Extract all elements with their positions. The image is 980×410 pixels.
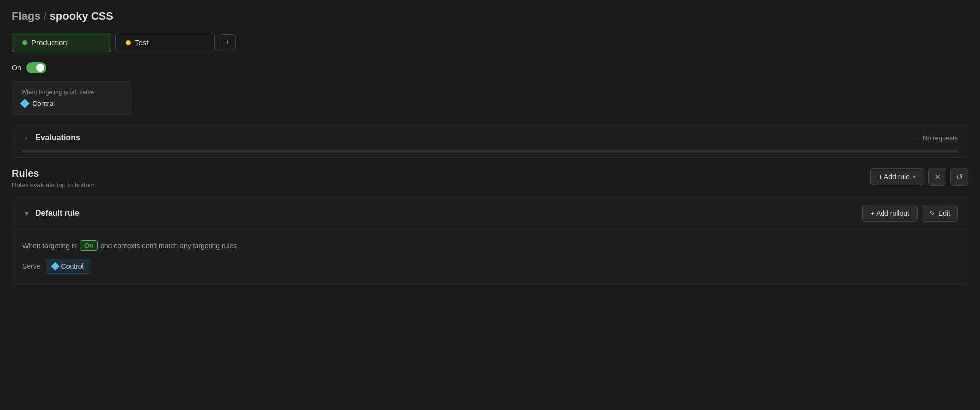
environment-tabs: Production Test + xyxy=(12,33,968,52)
close-icon: ✕ xyxy=(934,172,941,182)
condition-prefix: When targeting is xyxy=(22,242,77,250)
breadcrumb: Flags / spooky CSS xyxy=(12,10,968,23)
rule-card-actions: + Add rollout ✎ Edit xyxy=(862,205,958,222)
evaluations-left: › Evaluations xyxy=(22,133,80,142)
evaluations-header: › Evaluations — No requests xyxy=(12,125,968,150)
tab-test[interactable]: Test xyxy=(115,33,215,52)
targeting-toggle-row: On xyxy=(12,62,968,73)
add-rule-chevron-icon: ▾ xyxy=(913,173,916,180)
breadcrumb-separator: / xyxy=(43,10,46,23)
condition-badge: On xyxy=(80,240,98,251)
rule-condition: When targeting is On and contexts don't … xyxy=(22,240,958,251)
add-rollout-button[interactable]: + Add rollout xyxy=(862,205,918,222)
production-tab-label: Production xyxy=(31,38,67,47)
add-rule-label: + Add rule xyxy=(879,173,910,181)
edit-rule-button[interactable]: ✎ Edit xyxy=(922,205,958,222)
evaluations-dash-icon: — xyxy=(911,133,919,142)
serve-value-label: Control xyxy=(32,100,55,107)
default-rule-card: ▾ Default rule + Add rollout ✎ Edit When… xyxy=(12,197,968,286)
test-status-dot xyxy=(126,40,131,45)
rules-title-group: Rules Rules evaluate top to bottom. xyxy=(12,168,96,189)
rule-card-left: ▾ Default rule xyxy=(22,209,79,218)
rule-card-body: When targeting is On and contexts don't … xyxy=(12,230,968,286)
serve-label: Serve xyxy=(22,262,41,270)
edit-label: Edit xyxy=(938,209,950,217)
targeting-toggle[interactable] xyxy=(26,62,46,73)
rules-header: Rules Rules evaluate top to bottom. + Ad… xyxy=(12,168,968,189)
control-badge-label: Control xyxy=(61,262,84,270)
add-rule-button[interactable]: + Add rule ▾ xyxy=(870,168,924,185)
rules-title: Rules xyxy=(12,168,96,179)
control-badge: Control xyxy=(46,259,90,274)
evaluations-bar xyxy=(22,150,958,152)
control-diamond-icon xyxy=(20,99,30,108)
evaluations-bar-container xyxy=(12,150,968,157)
rule-card-header: ▾ Default rule + Add rollout ✎ Edit xyxy=(12,197,968,230)
default-serve-card: When targeting is off, serve Control xyxy=(12,81,131,115)
serve-row: Serve Control xyxy=(22,259,958,274)
evaluations-section: › Evaluations — No requests xyxy=(12,125,968,158)
breadcrumb-parent[interactable]: Flags xyxy=(12,10,40,23)
evaluations-right: — No requests xyxy=(911,133,958,142)
rules-section: Rules Rules evaluate top to bottom. + Ad… xyxy=(12,168,968,286)
production-status-dot xyxy=(22,40,27,45)
evaluations-chevron-icon[interactable]: › xyxy=(22,134,30,142)
serve-card-label: When targeting is off, serve xyxy=(21,89,122,96)
add-environment-button[interactable]: + xyxy=(219,34,236,51)
edit-pencil-icon: ✎ xyxy=(929,209,935,217)
control-badge-diamond-icon xyxy=(51,262,59,271)
rules-actions: + Add rule ▾ ✕ ↺ xyxy=(870,168,968,186)
serve-value: Control xyxy=(21,100,122,107)
history-button[interactable]: ↺ xyxy=(950,168,968,186)
breadcrumb-current: spooky CSS xyxy=(50,10,113,23)
close-rules-button[interactable]: ✕ xyxy=(928,168,946,186)
test-tab-label: Test xyxy=(135,38,149,47)
tab-production[interactable]: Production xyxy=(12,33,111,52)
evaluations-status: No requests xyxy=(923,134,958,142)
rules-subtitle: Rules evaluate top to bottom. xyxy=(12,181,96,189)
rule-chevron-icon[interactable]: ▾ xyxy=(22,209,30,217)
rule-card-title: Default rule xyxy=(35,209,79,218)
toggle-label: On xyxy=(12,64,21,72)
add-rollout-label: + Add rollout xyxy=(871,209,909,217)
evaluations-title: Evaluations xyxy=(35,133,80,142)
condition-suffix: and contexts don't match any targeting r… xyxy=(100,242,237,250)
history-icon: ↺ xyxy=(956,172,963,182)
